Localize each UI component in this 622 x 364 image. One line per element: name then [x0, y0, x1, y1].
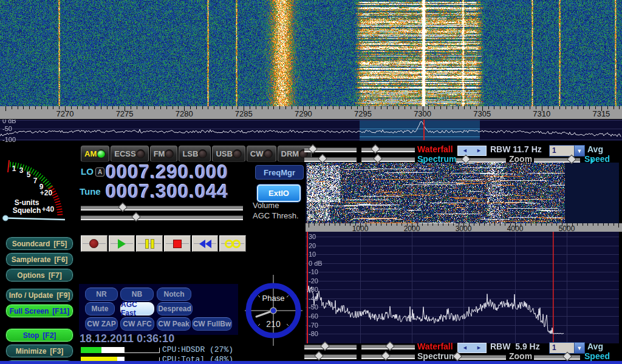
freq-tick: [143, 106, 143, 109]
freq-tick: [524, 106, 524, 109]
mode-button-lsb[interactable]: LSB: [179, 146, 211, 162]
freq-tick: [273, 106, 274, 109]
frequency-scale[interactable]: 7270727572807285729072957300730573107315: [0, 106, 622, 120]
speed-label: Speed: [584, 155, 610, 164]
avg-select[interactable]: 1 ▼: [549, 145, 585, 157]
pause-button[interactable]: [136, 235, 163, 252]
freq-tick: [553, 106, 554, 109]
spectrum-range-slider[interactable]: [361, 155, 415, 163]
tune-frequency[interactable]: 0007.300.044: [106, 181, 228, 203]
brightness-slider[interactable]: [304, 343, 357, 350]
mode-led-icon: [198, 149, 207, 158]
menu-button-options[interactable]: Options[F7]: [5, 268, 73, 282]
spectrum-label[interactable]: Spectrum: [417, 352, 457, 361]
audio-freq-tick: [613, 223, 614, 226]
speed-slider[interactable]: [534, 156, 580, 163]
audio-freq-tick: [552, 223, 552, 226]
dsp-button-cw-zap[interactable]: CW ZAP: [85, 317, 118, 331]
cpu-line-1: [125, 348, 160, 353]
waterfall-label[interactable]: Waterfall: [417, 145, 453, 154]
freq-tick: [173, 106, 173, 109]
freq-tick-label: 7315: [592, 109, 610, 118]
phase-dial[interactable]: Phase 210: [242, 273, 306, 348]
audio-waterfall-panel[interactable]: [306, 163, 619, 223]
spectrum-label[interactable]: Spectrum: [417, 155, 457, 164]
menu-button-info-update[interactable]: Info / Update[F9]: [5, 288, 73, 302]
audio-waterfall-display[interactable]: [307, 163, 565, 223]
menu-button-key: [F5]: [53, 240, 67, 248]
mode-button-fm[interactable]: FM: [150, 146, 178, 162]
freq-tick: [321, 106, 322, 109]
zoom-label: Zoom: [509, 352, 532, 361]
contrast-slider[interactable]: [361, 343, 415, 350]
rewind-button[interactable]: [192, 235, 219, 252]
spectrum-gain-slider[interactable]: [304, 352, 357, 360]
chevron-down-icon[interactable]: ▼: [574, 343, 584, 353]
freq-tick: [101, 106, 101, 109]
s-meter[interactable]: 13579+20+40 S-units Squelch: [0, 144, 78, 234]
mode-button-usb[interactable]: USB: [212, 146, 245, 162]
menu-button-soundcard[interactable]: Soundcard[F5]: [5, 237, 73, 251]
freq-tick: [23, 106, 24, 109]
chevron-down-icon[interactable]: ▼: [574, 146, 584, 156]
zoom-slider[interactable]: [456, 156, 506, 163]
volume-slider[interactable]: [81, 204, 243, 211]
freq-tick: [208, 106, 208, 109]
shift-buttons[interactable]: ◄►: [457, 146, 487, 156]
dsp-button-agc-fast[interactable]: AGC Fast: [120, 302, 154, 315]
agc-threshold-slider[interactable]: [81, 214, 243, 221]
dsp-button-cw-afc[interactable]: CW AFC: [120, 317, 154, 331]
freq-tick: [112, 106, 113, 109]
record-button[interactable]: [81, 235, 108, 252]
spectrum-gain-slider[interactable]: [304, 155, 357, 163]
smeter-scale-label: +40: [42, 205, 55, 214]
spectrum-range-slider[interactable]: [361, 352, 415, 360]
zoom-slider[interactable]: [456, 353, 506, 360]
speed-slider[interactable]: [534, 353, 580, 360]
audio-freq-tick: [603, 223, 604, 226]
freqmgr-button[interactable]: FreqMgr: [255, 165, 304, 180]
audio-spectrum-display[interactable]: [306, 232, 619, 343]
dsp-button-cw-fullbw[interactable]: CW FullBw: [192, 317, 232, 331]
brightness-slider[interactable]: [304, 146, 357, 153]
datetime: 18.12.2011 0:36:10: [80, 332, 174, 345]
menu-button-minimize[interactable]: Minimize[F3]: [5, 344, 73, 358]
menu-button-samplerate[interactable]: Samplerate[F6]: [5, 252, 73, 266]
freq-tick: [434, 106, 435, 109]
audio-frequency-scale[interactable]: 10002000300040005000: [306, 223, 622, 232]
menu-button-label: Info / Update: [9, 291, 53, 300]
shift-buttons[interactable]: ◄►: [457, 343, 487, 353]
squelch-needle: [7, 218, 65, 220]
freq-tick: [83, 106, 83, 109]
menu-button-key: [F9]: [56, 291, 70, 300]
loop-button[interactable]: [219, 235, 246, 252]
mode-button-cw[interactable]: CW: [247, 146, 276, 162]
dsp-button-nb[interactable]: NB: [120, 288, 154, 301]
dsp-button-cw-peak[interactable]: CW Peak: [157, 317, 191, 331]
stop-button[interactable]: [164, 235, 191, 252]
contrast-slider[interactable]: [361, 146, 415, 153]
mode-button-ecss[interactable]: ECSS: [111, 146, 148, 162]
dsp-button-nr[interactable]: NR: [85, 288, 118, 301]
play-button[interactable]: [109, 235, 135, 252]
menu-button-full-screen[interactable]: Full Screen[F11]: [5, 304, 73, 318]
menu-button-stop[interactable]: Stop[F2]: [5, 328, 73, 342]
lo-lock-badge[interactable]: A: [95, 167, 104, 177]
main-waterfall-display[interactable]: [0, 0, 622, 106]
menu-button-key: [F7]: [49, 271, 62, 280]
mode-button-am[interactable]: AM: [81, 146, 109, 162]
freq-tick: [214, 106, 214, 109]
freq-tick-label: 7275: [116, 109, 134, 118]
waterfall-label[interactable]: Waterfall: [417, 342, 453, 351]
freq-tick-label: 7280: [176, 109, 193, 118]
dsp-button-mute[interactable]: Mute: [85, 302, 115, 315]
extio-button[interactable]: ExtIO: [257, 184, 301, 202]
freq-tick: [220, 106, 220, 109]
audio-freq-tick: [340, 223, 340, 226]
audio-spectrum-panel[interactable]: 3020100 dB-10-20-30-40-50-60-70-80: [306, 232, 619, 343]
dsp-button-despread[interactable]: Despread: [157, 302, 193, 315]
dsp-button-notch[interactable]: Notch: [157, 288, 191, 301]
lo-frequency[interactable]: 0007.290.000: [106, 161, 228, 183]
db-scale-label: -80: [309, 330, 318, 337]
freq-tick: [154, 106, 155, 109]
